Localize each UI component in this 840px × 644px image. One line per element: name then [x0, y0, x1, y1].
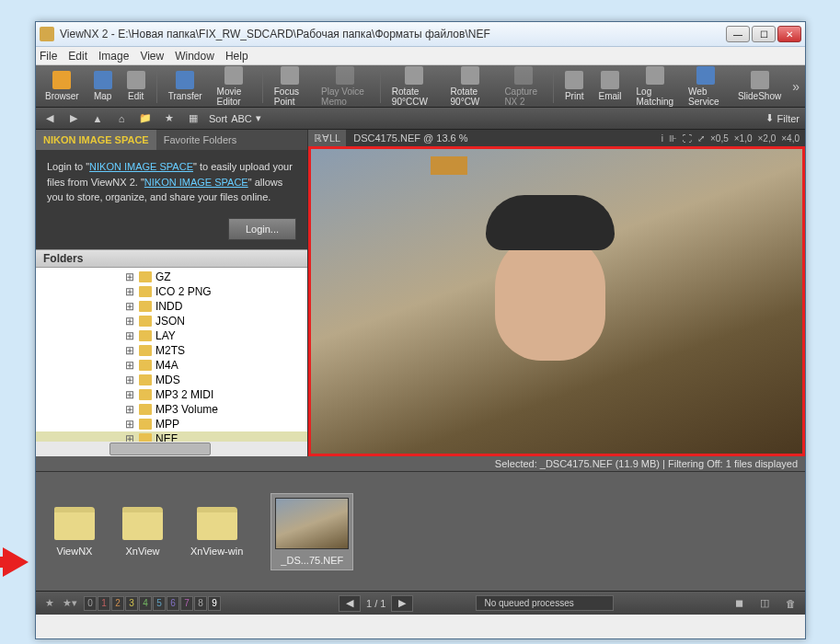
maximize-button[interactable]: ☐	[752, 26, 776, 42]
movie-editor-button[interactable]: Movie Editor	[213, 64, 255, 109]
menu-image[interactable]: Image	[98, 50, 129, 63]
focus-icon	[281, 66, 299, 85]
separator	[262, 70, 263, 103]
rating-star-menu[interactable]: ★▾	[63, 597, 76, 610]
web-service-button[interactable]: Web Service	[685, 64, 727, 109]
tab-nikon-image-space[interactable]: NIKON IMAGE SPACE	[36, 130, 156, 150]
scrollbar-horizontal[interactable]	[36, 442, 307, 456]
label-1[interactable]: 1	[98, 596, 110, 611]
folder-row[interactable]: ⊞JSON	[36, 314, 307, 328]
nis-link-2[interactable]: NIKON IMAGE SPACE	[144, 177, 248, 188]
rotate-cw-button[interactable]: Rotate 90°CW	[447, 64, 494, 109]
folders-tree[interactable]: ⊞GZ⊞ICO 2 PNG⊞INDD⊞JSON⊞LAY⊞M2TS⊞M4A⊞MDS…	[36, 268, 307, 456]
folder-row[interactable]: ⊞M2TS	[36, 343, 307, 358]
up-button[interactable]: ▲	[89, 110, 106, 127]
folder-row[interactable]: ⊞MPP	[36, 417, 307, 431]
nis-link[interactable]: NIKON IMAGE SPACE	[89, 161, 193, 172]
close-button[interactable]: ✕	[777, 26, 801, 42]
expand-icon[interactable]: ⊞	[124, 359, 135, 372]
forward-button[interactable]: ▶	[65, 110, 82, 127]
toolbar-overflow[interactable]: »	[792, 79, 800, 94]
play-voice-memo-button[interactable]: Play Voice Memo	[317, 64, 373, 109]
menu-edit[interactable]: Edit	[68, 50, 87, 63]
filter-button[interactable]: ⬇ Filter	[765, 112, 800, 124]
prev-button[interactable]: ◀	[339, 595, 361, 612]
label-0[interactable]: 0	[84, 596, 97, 611]
view-badge[interactable]: ℝ∀LL	[308, 130, 346, 146]
zoom-fit-icon[interactable]: ⤢	[697, 133, 705, 144]
expand-icon[interactable]: ⊞	[124, 300, 135, 313]
sort-control[interactable]: Sort ABC ▾	[209, 112, 261, 124]
transfer-button[interactable]: Transfer	[165, 69, 206, 103]
print-button[interactable]: Print	[561, 69, 588, 103]
map-button[interactable]: Map	[90, 69, 116, 103]
home-button[interactable]: ⌂	[113, 110, 130, 127]
rotate-ccw-button[interactable]: Rotate 90°CCW	[388, 64, 440, 109]
browser-button[interactable]: Browser	[41, 69, 83, 103]
folder-row[interactable]: ⊞MP3 Volume	[36, 402, 307, 417]
menu-window[interactable]: Window	[175, 50, 214, 63]
image-thumb-selected[interactable]: _DS...75.NEF	[270, 493, 353, 570]
next-button[interactable]: ▶	[391, 595, 413, 612]
subfolder-button[interactable]: 📁	[137, 110, 154, 127]
scrollbar-thumb[interactable]	[109, 443, 211, 455]
zoom-05[interactable]: ×0,5	[710, 133, 729, 144]
expand-icon[interactable]: ⊞	[124, 403, 135, 416]
folder-row[interactable]: ⊞GZ	[36, 270, 307, 284]
label-9[interactable]: 9	[208, 596, 221, 611]
folder-row[interactable]: ⊞LAY	[36, 328, 307, 343]
folder-thumb-xnview-win[interactable]: XnView-win	[190, 507, 243, 557]
menu-view[interactable]: View	[140, 50, 164, 63]
trash-icon[interactable]: 🗑	[783, 596, 798, 611]
label-4[interactable]: 4	[139, 596, 152, 611]
slideshow-button[interactable]: SlideShow	[734, 69, 785, 103]
folder-row[interactable]: ⊞MP3 2 MIDI	[36, 387, 307, 402]
image-preview[interactable]	[311, 149, 802, 454]
folder-row[interactable]: ⊞M4A	[36, 358, 307, 373]
zoom-4[interactable]: ×4,0	[781, 133, 800, 144]
label-8[interactable]: 8	[194, 596, 207, 611]
focus-point-button[interactable]: Focus Point	[270, 64, 310, 109]
process-status[interactable]: No queued processes	[476, 595, 614, 611]
folder-thumb-viewnx[interactable]: ViewNX	[54, 507, 95, 557]
folder-row[interactable]: ⊞MDS	[36, 373, 307, 387]
folder-thumb-xnview[interactable]: XnView	[122, 507, 163, 557]
rating-star[interactable]: ★	[43, 597, 56, 610]
edit-button[interactable]: Edit	[123, 69, 149, 103]
log-matching-button[interactable]: Log Matching	[633, 64, 678, 109]
info-icon[interactable]: i	[662, 133, 663, 144]
email-button[interactable]: Email	[595, 69, 626, 103]
zoom-2[interactable]: ×2,0	[758, 133, 777, 144]
expand-icon[interactable]: ⊞	[124, 418, 135, 431]
folder-row[interactable]: ⊞ICO 2 PNG	[36, 284, 307, 299]
detach-icon[interactable]: ◫	[757, 596, 772, 611]
annotation-arrow	[3, 547, 29, 577]
expand-icon[interactable]: ⊞	[124, 315, 135, 328]
fav-button[interactable]: ★	[161, 110, 178, 127]
layout-button[interactable]: ▦	[185, 110, 201, 127]
expand-icon[interactable]: ⊞	[124, 344, 135, 357]
back-button[interactable]: ◀	[41, 110, 58, 127]
expand-icon[interactable]: ⊞	[124, 374, 135, 386]
expand-icon[interactable]: ⊞	[124, 329, 135, 342]
capture-nx-button[interactable]: Capture NX 2	[501, 64, 546, 109]
minimize-button[interactable]: —	[726, 26, 750, 42]
label-2[interactable]: 2	[111, 596, 124, 611]
fit-icon[interactable]: ⛶	[683, 133, 692, 144]
label-7[interactable]: 7	[180, 596, 193, 611]
expand-icon[interactable]: ⊞	[124, 388, 135, 401]
expand-icon[interactable]: ⊞	[124, 270, 135, 283]
login-button[interactable]: Login...	[228, 218, 296, 241]
label-buttons: 0123456789	[84, 596, 221, 611]
label-3[interactable]: 3	[125, 596, 138, 611]
folder-row[interactable]: ⊞INDD	[36, 299, 307, 314]
zoom-1[interactable]: ×1,0	[734, 133, 753, 144]
label-5[interactable]: 5	[153, 596, 166, 611]
tab-favorite-folders[interactable]: Favorite Folders	[156, 130, 244, 150]
menu-help[interactable]: Help	[225, 50, 248, 63]
label-6[interactable]: 6	[167, 596, 179, 611]
menu-file[interactable]: File	[40, 50, 57, 63]
stop-icon[interactable]: ◼	[731, 596, 746, 611]
histogram-icon[interactable]: ⊪	[669, 133, 677, 144]
expand-icon[interactable]: ⊞	[124, 285, 135, 298]
